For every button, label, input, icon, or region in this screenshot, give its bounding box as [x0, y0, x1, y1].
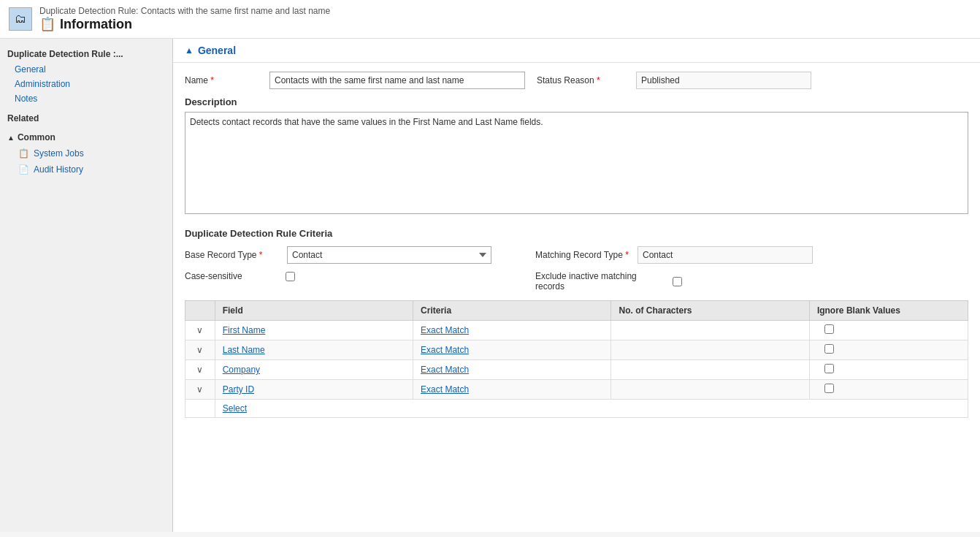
sidebar-item-general[interactable]: General [0, 62, 172, 77]
field-link[interactable]: First Name [223, 325, 266, 335]
criteria-section: Duplicate Detection Rule Criteria Base R… [185, 228, 968, 418]
header-title-icon: 📋 [39, 16, 55, 32]
sidebar-section-title: Duplicate Detection Rule :... [0, 45, 172, 62]
ignore-blank-checkbox[interactable] [824, 324, 834, 334]
row-ignore [809, 380, 968, 400]
case-sensitive-row: Case-sensitive [185, 271, 491, 281]
exclude-inactive-row: Exclude inactive matching records [535, 271, 813, 292]
sidebar-item-administration[interactable]: Administration [0, 77, 172, 91]
row-criteria: Exact Match [413, 321, 611, 340]
sidebar: Duplicate Detection Rule :... General Ad… [0, 39, 173, 532]
audit-history-icon: 📄 [18, 164, 29, 175]
sidebar-common-header[interactable]: ▲ Common [0, 129, 172, 145]
exclude-inactive-label: Exclude inactive matching records [535, 271, 667, 292]
description-textarea[interactable]: Detects contact records that have the sa… [185, 112, 968, 214]
table-row: ∨ Company Exact Match [185, 360, 968, 380]
general-form-area: Name * Status Reason * Description Detec… [173, 63, 980, 427]
case-sensitive-label: Case-sensitive [185, 271, 280, 281]
row-field: Party ID [215, 380, 413, 400]
row-chars [611, 380, 809, 400]
matching-required: * [625, 250, 629, 260]
name-label: Name * [185, 75, 258, 85]
col-header-criteria: Criteria [413, 301, 611, 321]
sidebar-common-label: Common [18, 132, 55, 142]
criteria-link[interactable]: Exact Match [421, 345, 469, 355]
row-chevron[interactable]: ∨ [185, 380, 215, 400]
description-section: Description Detects contact records that… [185, 96, 968, 216]
row-chevron[interactable]: ∨ [185, 321, 215, 340]
row-ignore [809, 360, 968, 380]
ignore-blank-checkbox[interactable] [824, 344, 834, 354]
col-header-ignore: Ignore Blank Values [809, 301, 968, 321]
matching-record-input [638, 246, 813, 264]
general-section-header: ▲ General [173, 39, 980, 63]
sidebar-related-title: Related [0, 106, 172, 126]
sidebar-item-system-jobs[interactable]: 📋 System Jobs [0, 145, 172, 161]
criteria-link[interactable]: Exact Match [421, 384, 469, 395]
general-section-title: General [198, 45, 236, 56]
matching-record-row: Matching Record Type * [535, 246, 813, 264]
exclude-inactive-checkbox[interactable] [673, 277, 682, 286]
table-select-row: Select [185, 400, 968, 418]
row-criteria: Exact Match [413, 380, 611, 400]
field-link[interactable]: Last Name [223, 345, 265, 355]
row-chars [611, 321, 809, 340]
criteria-table: Field Criteria No. of Characters Ignore … [185, 300, 968, 418]
header-title: 📋 Information [39, 16, 330, 32]
row-field: Company [215, 360, 413, 380]
table-row: ∨ Last Name Exact Match [185, 340, 968, 360]
name-required: * [210, 75, 214, 85]
field-link[interactable]: Party ID [223, 384, 254, 395]
header-title-text: Information [60, 17, 132, 32]
base-record-label: Base Record Type * [185, 250, 280, 260]
row-ignore [809, 340, 968, 360]
system-jobs-icon: 📋 [18, 148, 29, 159]
status-reason-input[interactable] [636, 72, 811, 89]
status-reason-label: Status Reason * [537, 75, 624, 85]
row-chars [611, 340, 809, 360]
header-icon: 🗂 [9, 7, 32, 31]
row-chars [611, 360, 809, 380]
sidebar-item-notes[interactable]: Notes [0, 91, 172, 106]
case-sensitive-checkbox[interactable] [286, 272, 295, 281]
sidebar-item-audit-history-label: Audit History [34, 164, 83, 175]
col-header-field: Field [215, 301, 413, 321]
base-record-row: Base Record Type * Contact [185, 246, 491, 264]
matching-record-label: Matching Record Type * [535, 250, 630, 260]
description-label: Description [185, 96, 968, 107]
general-triangle-icon: ▲ [185, 45, 194, 56]
select-table-link[interactable]: Select [223, 403, 247, 414]
base-record-select[interactable]: Contact [287, 246, 491, 264]
ignore-blank-checkbox[interactable] [824, 384, 834, 393]
select-empty [185, 400, 215, 418]
base-record-group: Base Record Type * Contact Case-sensitiv… [185, 246, 491, 281]
name-status-row: Name * Status Reason * [185, 72, 968, 89]
col-header-expand [185, 301, 215, 321]
header-breadcrumb: Duplicate Detection Rule: Contacts with … [39, 6, 330, 16]
sidebar-item-audit-history[interactable]: 📄 Audit History [0, 161, 172, 178]
row-ignore [809, 321, 968, 340]
row-chevron[interactable]: ∨ [185, 360, 215, 380]
table-row: ∨ First Name Exact Match [185, 321, 968, 340]
criteria-title: Duplicate Detection Rule Criteria [185, 228, 968, 239]
row-criteria: Exact Match [413, 360, 611, 380]
header: 🗂 Duplicate Detection Rule: Contacts wit… [0, 0, 980, 39]
sidebar-item-system-jobs-label: System Jobs [34, 148, 84, 159]
common-triangle-icon: ▲ [7, 134, 15, 142]
record-type-row: Base Record Type * Contact Case-sensitiv… [185, 246, 968, 292]
row-field: Last Name [215, 340, 413, 360]
criteria-link[interactable]: Exact Match [421, 365, 469, 375]
ignore-blank-checkbox[interactable] [824, 364, 834, 373]
row-chevron[interactable]: ∨ [185, 340, 215, 360]
row-criteria: Exact Match [413, 340, 611, 360]
sidebar-common-section: ▲ Common 📋 System Jobs 📄 Audit History [0, 126, 172, 180]
name-input[interactable] [269, 72, 525, 89]
table-row: ∨ Party ID Exact Match [185, 380, 968, 400]
row-field: First Name [215, 321, 413, 340]
status-required: * [597, 75, 600, 85]
matching-record-group: Matching Record Type * Exclude inactive … [535, 246, 813, 292]
base-required: * [259, 250, 263, 260]
field-link[interactable]: Company [223, 365, 260, 375]
select-cell: Select [215, 400, 968, 418]
criteria-link[interactable]: Exact Match [421, 325, 469, 335]
